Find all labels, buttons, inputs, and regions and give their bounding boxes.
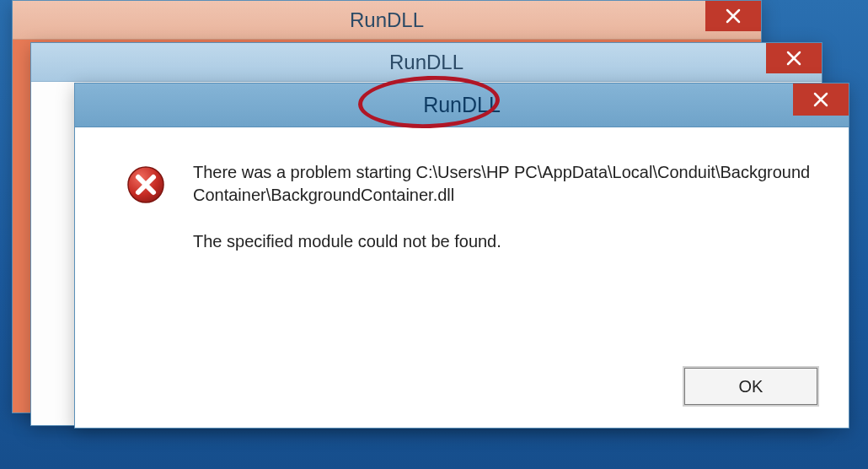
close-icon	[813, 92, 828, 107]
title-bar[interactable]: RunDLL	[75, 84, 849, 127]
close-button[interactable]	[705, 1, 761, 31]
window-title: RunDLL	[350, 8, 424, 32]
close-icon	[726, 8, 741, 24]
close-icon	[786, 51, 801, 66]
dialog-body: There was a problem starting C:\Users\HP…	[75, 127, 849, 428]
close-button[interactable]	[793, 84, 849, 116]
error-message-detail: The specified module could not be found.	[193, 232, 815, 251]
error-icon	[126, 164, 166, 208]
button-row: OK	[683, 367, 818, 406]
close-button[interactable]	[766, 43, 822, 73]
window-title: RunDLL	[389, 51, 463, 74]
title-bar[interactable]: RunDLL	[31, 43, 822, 82]
rundll-dialog-front[interactable]: RunDLL	[74, 83, 849, 429]
title-bar[interactable]: RunDLL	[13, 1, 761, 40]
window-title: RunDLL	[423, 93, 501, 117]
error-message-path: There was a problem starting C:\Users\HP…	[193, 161, 815, 207]
ok-button[interactable]: OK	[683, 367, 818, 406]
desktop: RunDLL RunDLL	[0, 0, 868, 469]
